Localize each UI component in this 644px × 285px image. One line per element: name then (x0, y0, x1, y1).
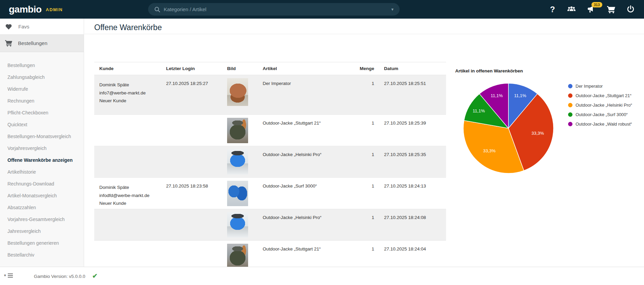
legend-color-dot (568, 122, 572, 126)
sidebar-item[interactable]: Artikel-Monatsvergleich (0, 190, 84, 202)
pie-slice-label: 11,1% (514, 93, 526, 98)
header-divider (84, 34, 644, 34)
customer-cell (94, 146, 166, 177)
help-icon[interactable]: ? (545, 0, 560, 19)
quantity-cell: 1 (359, 178, 374, 209)
sidebar-item[interactable]: Jahresvergleich (0, 225, 84, 237)
product-image (227, 149, 248, 175)
orders-cart-icon[interactable] (604, 0, 619, 19)
last-login-cell (166, 115, 227, 146)
legend-item: Outdoor-Jacke „Wald robust“ (568, 121, 640, 127)
legend-item: Outdoor-Jacke „Surf 3000“ (568, 112, 640, 117)
pie-slice-label: 33,3% (531, 131, 544, 136)
sidebar-favs[interactable]: Favs (0, 19, 84, 35)
version-ok-icon: ✔ (92, 272, 98, 280)
sidebar-item[interactable]: Quicktext (0, 119, 84, 131)
sidebar-items: BestellungenZahlungsabgleichWiderrufeRec… (0, 52, 84, 261)
article-cell: Der Imperator (263, 75, 359, 114)
search-input[interactable] (164, 6, 388, 12)
search-dropdown-caret[interactable]: ▾ (391, 7, 394, 12)
notification-badge: 313 (591, 2, 602, 7)
logout-power-icon[interactable] (623, 0, 638, 19)
product-image (227, 78, 248, 106)
date-cell: 27.10.2025 18:25:39 (374, 115, 446, 146)
sidebar-item[interactable]: Widerrufe (0, 83, 84, 95)
legend-color-dot (568, 112, 572, 117)
customer-line: Neuer Kunde (99, 199, 166, 207)
favs-label: Favs (18, 24, 29, 29)
sidebar-item[interactable]: Vorjahresvergleich (0, 142, 84, 154)
customer-line: Dominik Späte (99, 81, 166, 89)
chart-title: Artikel in offenen Warenkörben (455, 68, 523, 73)
article-cell: Outdoor-Jacke „Helsinki Pro“ (263, 146, 359, 177)
customer-cell (94, 209, 166, 240)
sidebar-section-bestellungen[interactable]: Bestellungen (0, 35, 84, 52)
table-row: Outdoor-Jacke „Helsinki Pro“127.10.2025 … (94, 209, 446, 241)
sidebar-item[interactable]: Zahlungsabgleich (0, 71, 84, 83)
table-row: Dominik Späteinfodfd@werbe-markt.deNeuer… (94, 178, 446, 209)
hamburger-icon (8, 273, 13, 278)
sidebar-item[interactable]: Offene Warenkörbe anzeigen (0, 154, 84, 166)
legend-label: Outdoor-Jacke „Stuttgart 21“ (576, 93, 631, 98)
customer-cell: Dominik Späteinfo7@werbe-markt.deNeuer K… (94, 75, 166, 114)
legend-label: Der Imperator (576, 83, 603, 89)
article-cell: Outdoor-Jacke „Helsinki Pro“ (263, 209, 359, 240)
legend-item: Outdoor-Jacke „Stuttgart 21“ (568, 93, 640, 98)
column-header: Menge (359, 66, 374, 71)
customer-cell (94, 115, 166, 146)
sidebar-item[interactable]: Bestellarchiv (0, 249, 84, 261)
statusbar-menu-toggle[interactable]: ▾ (4, 273, 13, 278)
legend-item: Der Imperator (568, 83, 640, 89)
image-cell (227, 115, 263, 146)
column-header: Letzter Login (166, 66, 227, 71)
date-cell: 27.10.2025 18:25:35 (374, 146, 446, 177)
table-row: Outdoor-Jacke „Helsinki Pro“127.10.2025 … (94, 146, 446, 178)
customer-line: Neuer Kunde (99, 97, 166, 105)
customer-line: info7@werbe-markt.de (99, 89, 166, 97)
sidebar-item[interactable]: Artikelhistorie (0, 166, 84, 178)
sidebar-item[interactable]: Rechnungs-Download (0, 178, 84, 190)
customer-line: Dominik Späte (99, 183, 166, 192)
sidebar-item[interactable]: Vorjahres-Gesamtvergleich (0, 214, 84, 225)
last-login-cell: 27.10.2025 18:25:27 (166, 75, 227, 114)
customer-cell: Dominik Späteinfodfd@werbe-markt.deNeuer… (94, 178, 166, 209)
gambio-logo[interactable]: gambio (9, 4, 42, 15)
pie-slice-label: 11,1% (490, 93, 503, 98)
sidebar-item[interactable]: Pflicht-Checkboxen (0, 107, 84, 119)
article-cell: Outdoor-Jacke „Surf 3000“ (263, 178, 359, 209)
column-header: Kunde (94, 66, 166, 71)
product-image (227, 212, 248, 238)
product-image (227, 244, 248, 269)
statusbar: ▾ Gambio Version: v5.0.0.0 ✔ HUB nicht v… (0, 267, 644, 285)
legend-color-dot (568, 103, 572, 107)
sidebar-item[interactable]: Bestellungen generieren (0, 237, 84, 249)
legend-label: Outdoor-Jacke „Wald robust“ (576, 121, 632, 127)
cart-icon (5, 40, 13, 47)
table-row: Dominik Späteinfo7@werbe-markt.deNeuer K… (94, 75, 446, 115)
version-label: Gambio Version: v5.0.0.0 (34, 274, 85, 279)
column-header: Bild (227, 66, 263, 71)
heart-icon (5, 23, 12, 30)
sidebar-item[interactable]: Absatzzahlen (0, 202, 84, 214)
date-cell: 27.10.2025 18:25:51 (374, 75, 446, 114)
product-image (227, 118, 248, 143)
global-search[interactable]: ▾ (148, 3, 400, 16)
last-login-cell (166, 209, 227, 240)
image-cell (227, 75, 263, 114)
admin-label: ADMIN (46, 7, 63, 12)
chart-legend: Der ImperatorOutdoor-Jacke „Stuttgart 21… (568, 83, 640, 127)
date-cell: 27.10.2025 18:24:13 (374, 178, 446, 209)
column-header: Datum (374, 66, 446, 71)
open-carts-table: KundeLetzter LoginBildArtikelMengeDatum … (94, 62, 446, 272)
sidebar-item[interactable]: Bestellungen-Monatsvergleich (0, 131, 84, 142)
legend-label: Outdoor-Jacke „Helsinki Pro“ (576, 102, 632, 108)
quantity-cell: 1 (359, 115, 374, 146)
last-login-cell: 27.10.2025 18:23:58 (166, 178, 227, 209)
legend-color-dot (568, 93, 572, 98)
sidebar-item[interactable]: Bestellungen (0, 60, 84, 71)
customers-icon[interactable] (564, 0, 579, 19)
section-label: Bestellungen (18, 40, 47, 46)
customer-line: infodfd@werbe-markt.de (99, 192, 166, 200)
pie-slice-label: 11,1% (473, 108, 485, 113)
sidebar-item[interactable]: Rechnungen (0, 95, 84, 107)
